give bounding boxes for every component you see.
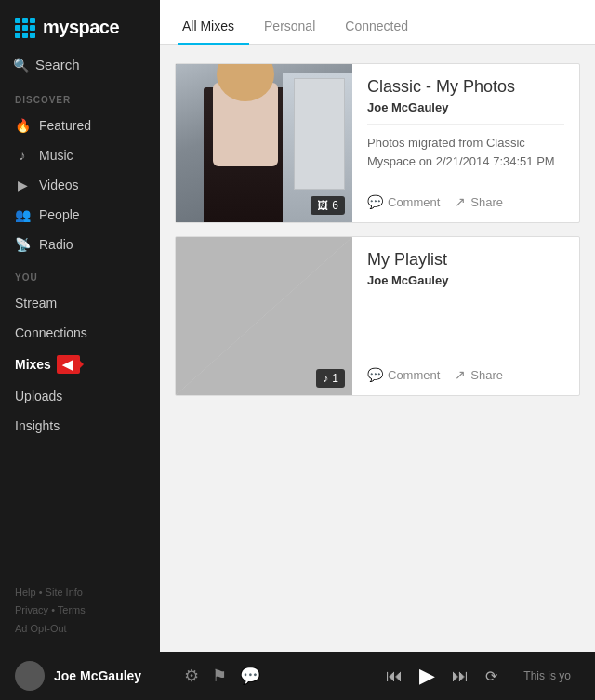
badge-count-1: 6	[332, 199, 338, 212]
sidebar-item-connections[interactable]: Connections	[0, 318, 160, 348]
share-label-2: Share	[470, 368, 503, 382]
mix-info-1: Classic - My Photos Joe McGauley Photos …	[352, 64, 579, 222]
logo-text: myspace	[43, 17, 119, 38]
footer-ad-opt-out[interactable]: Ad Opt-Out	[15, 623, 67, 634]
mixes-label: Mixes	[15, 357, 51, 372]
sidebar-item-music[interactable]: ♪ Music	[0, 140, 160, 170]
badge-icon-1: 🖼	[317, 199, 328, 212]
sidebar-item-label: Videos	[39, 178, 79, 192]
share-label-1: Share	[470, 195, 503, 209]
sidebar-item-label: Music	[39, 148, 73, 163]
search-button[interactable]: 🔍 Search	[0, 51, 160, 86]
play-button[interactable]: ▶	[419, 664, 435, 688]
logo[interactable]: myspace	[0, 0, 160, 51]
discover-section-label: DISCOVER	[0, 86, 160, 111]
footer-help[interactable]: Help	[15, 587, 36, 598]
footer-site-info[interactable]: Site Info	[46, 587, 83, 598]
stream-label: Stream	[15, 296, 57, 310]
mixes-list: 🖼 6 Classic - My Photos Joe McGauley Pho…	[160, 45, 595, 652]
connections-label: Connections	[15, 325, 87, 340]
tab-connected[interactable]: Connected	[341, 7, 423, 45]
mix-card: 🖼 6 Classic - My Photos Joe McGauley Pho…	[175, 63, 580, 223]
mix-actions-1: 💬 Comment ↗ Share	[367, 194, 564, 209]
footer-dot1: •	[39, 587, 46, 598]
sidebar-item-label: People	[39, 207, 80, 222]
sidebar: myspace 🔍 Search DISCOVER 🔥 Featured ♪ M…	[0, 0, 160, 652]
bottom-user: Joe McGauley	[15, 661, 175, 691]
footer-privacy[interactable]: Privacy	[15, 604, 48, 615]
insights-label: Insights	[15, 418, 60, 433]
bottom-bar: Joe McGauley ⚙ ⚑ 💬 ⏮ ▶ ⏭ ⟳ This is yo	[0, 652, 595, 700]
comment-icon-2: 💬	[367, 367, 383, 382]
share-icon-2: ↗	[455, 367, 466, 382]
sidebar-footer: Help • Site Info Privacy • Terms Ad Opt-…	[0, 571, 160, 652]
flag-icon[interactable]: ⚑	[212, 666, 227, 686]
featured-icon: 🔥	[15, 118, 30, 133]
share-button-2[interactable]: ↗ Share	[455, 367, 503, 382]
mix-thumbnail-1[interactable]: 🖼 6	[176, 64, 352, 222]
mix-thumbnail-2[interactable]: ♪ 1	[176, 237, 352, 395]
people-icon: 👥	[15, 207, 30, 222]
comment-icon-1: 💬	[367, 194, 383, 209]
comment-label-2: Comment	[388, 368, 440, 382]
sidebar-item-mixes[interactable]: Mixes ◀	[0, 348, 160, 381]
mix-author-1[interactable]: Joe McGauley	[367, 100, 564, 125]
radio-icon: 📡	[15, 237, 30, 252]
prev-button[interactable]: ⏮	[386, 667, 403, 686]
sidebar-item-label: Radio	[39, 237, 73, 252]
mix-badge-2: ♪ 1	[316, 369, 345, 388]
mixes-arrow: ◀	[57, 355, 80, 374]
sidebar-item-insights[interactable]: Insights	[0, 411, 160, 441]
sidebar-item-uploads[interactable]: Uploads	[0, 381, 160, 411]
videos-icon: ▶	[15, 178, 30, 192]
content-area: All Mixes Personal Connected	[160, 0, 595, 652]
music-icon: ♪	[15, 148, 30, 163]
tab-personal[interactable]: Personal	[260, 7, 330, 45]
share-icon-1: ↗	[455, 194, 466, 209]
search-label: Search	[35, 57, 80, 73]
player-text: This is yo	[523, 669, 571, 682]
player-controls: ⏮ ▶ ⏭ ⟳ This is yo	[386, 664, 571, 688]
chat-icon[interactable]: 💬	[240, 666, 260, 686]
settings-icon[interactable]: ⚙	[184, 666, 199, 686]
footer-terms[interactable]: Terms	[58, 604, 86, 615]
you-section-label: YOU	[0, 259, 160, 288]
loop-button[interactable]: ⟳	[485, 667, 497, 685]
user-avatar	[15, 661, 45, 691]
badge-icon-2: ♪	[323, 372, 328, 385]
comment-label-1: Comment	[388, 195, 440, 209]
share-button-1[interactable]: ↗ Share	[455, 194, 503, 209]
user-name: Joe McGauley	[54, 668, 141, 683]
mix-description-2	[367, 307, 564, 356]
comment-button-2[interactable]: 💬 Comment	[367, 367, 440, 382]
tabs-bar: All Mixes Personal Connected	[160, 0, 595, 45]
mix-description-1: Photos migrated from Classic Myspace on …	[367, 134, 564, 183]
search-icon: 🔍	[13, 58, 28, 73]
sidebar-item-stream[interactable]: Stream	[0, 288, 160, 318]
mix-card-2: ♪ 1 My Playlist Joe McGauley 💬 Comment	[175, 236, 580, 396]
sidebar-item-label: Featured	[39, 118, 91, 133]
tab-all-mixes[interactable]: All Mixes	[178, 7, 249, 45]
comment-button-1[interactable]: 💬 Comment	[367, 194, 440, 209]
mix-info-2: My Playlist Joe McGauley 💬 Comment ↗ Sha…	[352, 237, 579, 395]
sidebar-item-radio[interactable]: 📡 Radio	[0, 230, 160, 259]
sidebar-item-featured[interactable]: 🔥 Featured	[0, 111, 160, 140]
logo-grid-icon	[15, 18, 35, 38]
sidebar-item-videos[interactable]: ▶ Videos	[0, 170, 160, 200]
next-button[interactable]: ⏭	[452, 667, 469, 686]
badge-count-2: 1	[332, 372, 338, 385]
mix-author-2[interactable]: Joe McGauley	[367, 273, 564, 297]
mix-badge-1: 🖼 6	[311, 196, 345, 215]
sidebar-item-people[interactable]: 👥 People	[0, 200, 160, 230]
footer-dot2: •	[51, 604, 58, 615]
mix-title-2[interactable]: My Playlist	[367, 250, 564, 270]
mix-title-1[interactable]: Classic - My Photos	[367, 77, 564, 97]
mix-actions-2: 💬 Comment ↗ Share	[367, 367, 564, 382]
bottom-controls: ⚙ ⚑ 💬	[175, 666, 386, 686]
building	[294, 78, 345, 190]
uploads-label: Uploads	[15, 389, 62, 403]
